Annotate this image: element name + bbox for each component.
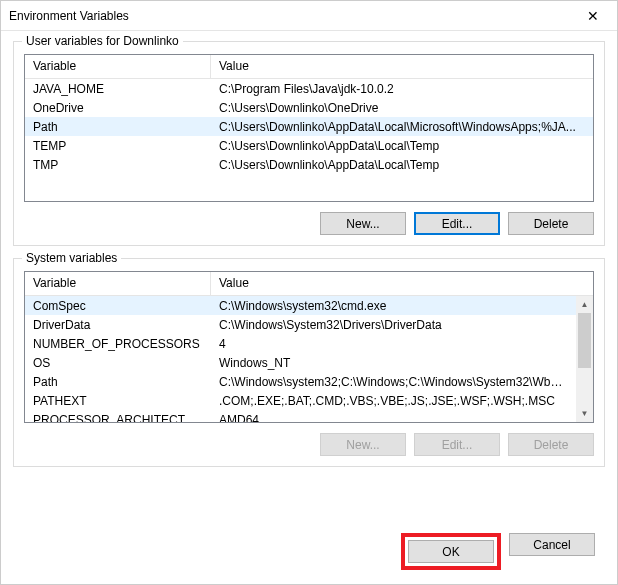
system-variables-table[interactable]: Variable Value ComSpec C:\Windows\system… (24, 271, 594, 423)
scroll-thumb[interactable] (578, 313, 591, 368)
user-variables-table[interactable]: Variable Value JAVA_HOME C:\Program File… (24, 54, 594, 202)
system-variables-group: System variables Variable Value ComSpec … (13, 258, 605, 467)
system-delete-button: Delete (508, 433, 594, 456)
cell-variable: PATHEXT (25, 392, 211, 410)
cell-value: C:\Users\Downlinko\AppData\Local\Microso… (211, 118, 593, 136)
ok-button[interactable]: OK (408, 540, 494, 563)
cell-value: .COM;.EXE;.BAT;.CMD;.VBS;.VBE;.JS;.JSE;.… (211, 392, 576, 410)
table-row[interactable]: ComSpec C:\Windows\system32\cmd.exe (25, 296, 576, 315)
system-group-label: System variables (22, 251, 121, 265)
cell-value: C:\Program Files\Java\jdk-10.0.2 (211, 80, 593, 98)
user-new-button[interactable]: New... (320, 212, 406, 235)
table-row[interactable]: PROCESSOR_ARCHITECTURE AMD64 (25, 410, 576, 423)
col-variable[interactable]: Variable (25, 55, 211, 78)
col-value[interactable]: Value (211, 55, 593, 78)
cell-variable: ComSpec (25, 297, 211, 315)
scroll-down-icon[interactable]: ▼ (576, 405, 593, 422)
scroll-track[interactable] (576, 313, 593, 405)
cell-variable: PROCESSOR_ARCHITECTURE (25, 411, 211, 424)
table-row[interactable]: NUMBER_OF_PROCESSORS 4 (25, 334, 576, 353)
cell-variable: Path (25, 118, 211, 136)
env-vars-dialog: Environment Variables ✕ User variables f… (0, 0, 618, 585)
cell-value: C:\Users\Downlinko\AppData\Local\Temp (211, 137, 593, 155)
scroll-up-icon[interactable]: ▲ (576, 296, 593, 313)
cancel-button[interactable]: Cancel (509, 533, 595, 556)
user-table-body: JAVA_HOME C:\Program Files\Java\jdk-10.0… (25, 79, 593, 174)
cell-variable: NUMBER_OF_PROCESSORS (25, 335, 211, 353)
user-buttons: New... Edit... Delete (24, 212, 594, 235)
titlebar: Environment Variables ✕ (1, 1, 617, 31)
cell-value: C:\Users\Downlinko\OneDrive (211, 99, 593, 117)
cell-variable: DriverData (25, 316, 211, 334)
cell-variable: TMP (25, 156, 211, 174)
table-row[interactable]: Path C:\Windows\system32;C:\Windows;C:\W… (25, 372, 576, 391)
cell-variable: OS (25, 354, 211, 372)
cell-value: C:\Windows\System32\Drivers\DriverData (211, 316, 576, 334)
user-delete-button[interactable]: Delete (508, 212, 594, 235)
close-icon: ✕ (587, 8, 599, 24)
system-new-button: New... (320, 433, 406, 456)
cell-value: AMD64 (211, 411, 576, 424)
system-edit-button: Edit... (414, 433, 500, 456)
user-edit-button[interactable]: Edit... (414, 212, 500, 235)
user-variables-group: User variables for Downlinko Variable Va… (13, 41, 605, 246)
window-title: Environment Variables (9, 9, 570, 23)
cell-variable: JAVA_HOME (25, 80, 211, 98)
cell-value: 4 (211, 335, 576, 353)
cell-value: C:\Windows\system32\cmd.exe (211, 297, 576, 315)
cell-value: Windows_NT (211, 354, 576, 372)
table-row[interactable]: Path C:\Users\Downlinko\AppData\Local\Mi… (25, 117, 593, 136)
system-table-body: ComSpec C:\Windows\system32\cmd.exe Driv… (25, 296, 576, 423)
dialog-buttons: OK Cancel (1, 527, 617, 584)
table-row[interactable]: OS Windows_NT (25, 353, 576, 372)
dialog-content: User variables for Downlinko Variable Va… (1, 31, 617, 527)
cell-value: C:\Users\Downlinko\AppData\Local\Temp (211, 156, 593, 174)
table-header: Variable Value (25, 272, 593, 296)
cell-variable: Path (25, 373, 211, 391)
col-variable[interactable]: Variable (25, 272, 211, 295)
table-header: Variable Value (25, 55, 593, 79)
system-buttons: New... Edit... Delete (24, 433, 594, 456)
scrollbar[interactable]: ▲ ▼ (576, 296, 593, 422)
close-button[interactable]: ✕ (570, 2, 615, 30)
cell-value: C:\Windows\system32;C:\Windows;C:\Window… (211, 373, 576, 391)
user-group-label: User variables for Downlinko (22, 34, 183, 48)
cell-variable: OneDrive (25, 99, 211, 117)
table-row[interactable]: OneDrive C:\Users\Downlinko\OneDrive (25, 98, 593, 117)
table-row[interactable]: TEMP C:\Users\Downlinko\AppData\Local\Te… (25, 136, 593, 155)
table-row[interactable]: PATHEXT .COM;.EXE;.BAT;.CMD;.VBS;.VBE;.J… (25, 391, 576, 410)
table-row[interactable]: JAVA_HOME C:\Program Files\Java\jdk-10.0… (25, 79, 593, 98)
cell-variable: TEMP (25, 137, 211, 155)
table-row[interactable]: DriverData C:\Windows\System32\Drivers\D… (25, 315, 576, 334)
ok-highlight: OK (401, 533, 501, 570)
table-row[interactable]: TMP C:\Users\Downlinko\AppData\Local\Tem… (25, 155, 593, 174)
col-value[interactable]: Value (211, 272, 593, 295)
